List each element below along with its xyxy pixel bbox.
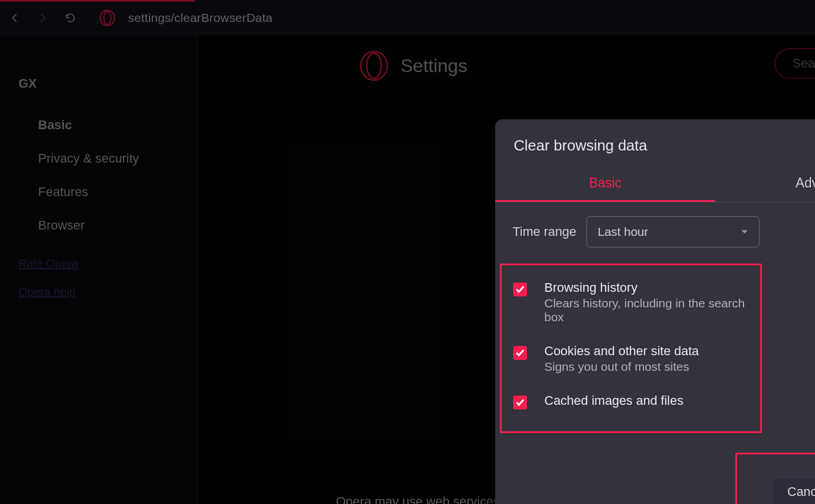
- checkbox-cache[interactable]: [513, 396, 527, 409]
- opera-ring-icon: [359, 51, 389, 81]
- svg-point-0: [100, 10, 115, 25]
- sidebar-item-basic[interactable]: Basic: [18, 108, 178, 142]
- chevron-right-icon: [37, 12, 48, 24]
- chevron-left-icon: [9, 12, 21, 24]
- address-bar[interactable]: settings/clearBrowserData: [128, 11, 272, 25]
- chevron-down-icon: [741, 228, 749, 236]
- check-desc: Clears history, including in the search …: [544, 296, 749, 324]
- dialog-title: Clear browsing data: [495, 119, 815, 166]
- opera-logo-icon: [99, 10, 115, 26]
- main-area: GX Basic Privacy & security Features Bro…: [0, 36, 815, 504]
- sidebar-item-browser[interactable]: Browser: [18, 209, 178, 242]
- settings-content: Settings Sea ups, and more Opera may use…: [197, 36, 815, 504]
- time-range-select[interactable]: Last hour: [586, 216, 760, 247]
- active-tab-indicator: [0, 0, 195, 2]
- check-icon: [515, 285, 525, 294]
- check-icon: [515, 398, 525, 407]
- svg-point-2: [361, 51, 387, 80]
- reload-button[interactable]: [60, 7, 81, 28]
- sidebar-link-help[interactable]: Opera help: [18, 285, 178, 299]
- page-title: Settings: [401, 55, 468, 77]
- browser-toolbar: settings/clearBrowserData: [0, 0, 815, 36]
- check-row-history: Browsing history Clears history, includi…: [513, 280, 749, 324]
- check-desc: Signs you out of most sites: [544, 360, 699, 374]
- cancel-button[interactable]: Cancel: [772, 477, 815, 504]
- dialog-body: Time range Last hour Browsing history Cl…: [495, 202, 815, 453]
- dialog-footer-highlight: Cancel Clear data: [735, 453, 815, 504]
- checkbox-cookies[interactable]: [513, 346, 527, 360]
- check-row-cookies: Cookies and other site data Signs you ou…: [513, 344, 749, 374]
- time-range-value: Last hour: [597, 225, 648, 239]
- back-button[interactable]: [5, 7, 25, 28]
- svg-point-3: [367, 53, 382, 78]
- checkbox-group-highlight: Browsing history Clears history, includi…: [500, 264, 762, 433]
- dialog-tabs: Basic Advanced: [495, 166, 815, 202]
- check-row-cache: Cached images and files: [513, 393, 749, 409]
- tab-advanced[interactable]: Advanced: [715, 166, 815, 202]
- sidebar-item-privacy[interactable]: Privacy & security: [18, 142, 178, 175]
- clear-browsing-data-dialog: Clear browsing data Basic Advanced Time …: [495, 119, 815, 504]
- time-range-row: Time range Last hour: [513, 216, 815, 247]
- check-title: Browsing history: [544, 280, 749, 295]
- check-title: Cookies and other site data: [544, 344, 699, 359]
- check-title: Cached images and files: [544, 393, 683, 408]
- checkbox-browsing-history[interactable]: [513, 283, 527, 296]
- sidebar-link-rate[interactable]: Rate Opera: [18, 257, 178, 270]
- settings-header: Settings: [197, 36, 815, 96]
- reload-icon: [65, 12, 76, 24]
- search-input[interactable]: Sea: [775, 48, 815, 78]
- tab-basic[interactable]: Basic: [495, 166, 715, 202]
- sidebar-section-gx: GX: [18, 76, 178, 91]
- sidebar-item-features[interactable]: Features: [18, 175, 178, 209]
- forward-button[interactable]: [32, 7, 53, 28]
- settings-sidebar: GX Basic Privacy & security Features Bro…: [0, 36, 197, 504]
- svg-point-1: [104, 11, 111, 24]
- time-range-label: Time range: [513, 224, 576, 239]
- check-icon: [515, 348, 525, 358]
